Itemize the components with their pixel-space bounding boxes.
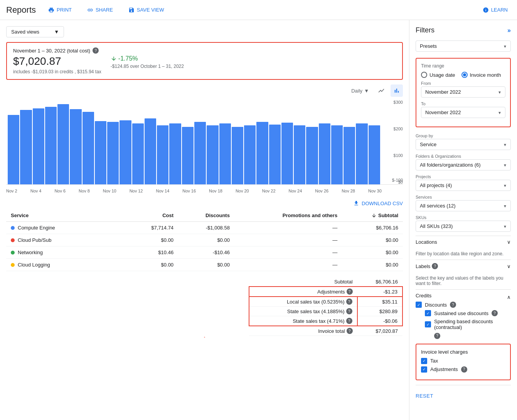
radio-group: Usage date Invoice month (421, 72, 505, 78)
chart-bar (45, 107, 57, 184)
sustained-use-row: ✓ Sustained use discounts ? (425, 310, 511, 316)
adjustments-row: Adjustments ? -$1.23 (249, 287, 402, 297)
col-discounts: Discounts (178, 209, 234, 222)
discounts-cell: -$10.46 (178, 246, 234, 259)
print-button[interactable]: PRINT (45, 5, 75, 15)
filters-sidebar: Filters » Presets Time range Usage date (409, 20, 517, 420)
table-download: DOWNLOAD CSV (6, 200, 403, 206)
col-service: Service (6, 209, 125, 222)
tax-checkbox[interactable]: ✓ (421, 358, 427, 364)
header: Reports PRINT SHARE SAVE VIEW LEARN (0, 0, 517, 20)
usage-date-radio[interactable] (421, 72, 427, 78)
promotions-cell: — (234, 259, 342, 271)
from-select-wrapper: November 2022 (421, 86, 505, 98)
from-dropdown[interactable]: November 2022 (421, 86, 505, 98)
daily-dropdown-button[interactable]: Daily ▼ (348, 86, 372, 95)
chart-bars (6, 100, 382, 184)
bar-chart-button[interactable] (391, 84, 403, 97)
discounts-info-icon[interactable]: ? (450, 302, 456, 308)
state-tax-info-icon[interactable]: ? (346, 308, 352, 314)
services-dropdown[interactable]: All services (12) (416, 200, 511, 211)
group-by-dropdown[interactable]: Service (416, 139, 511, 150)
chart-bar (256, 122, 268, 184)
labels-header-content: Labels ? (416, 263, 438, 269)
collapse-filters-button[interactable]: » (507, 27, 511, 34)
promotions-cell: — (234, 246, 342, 259)
reset-section: RESET (416, 385, 511, 402)
sustained-use-info-icon[interactable]: ? (492, 310, 498, 316)
cost-cell: $0.00 (125, 259, 178, 271)
spending-info-icon[interactable]: ? (434, 333, 440, 339)
invoice-month-option[interactable]: Invoice month (461, 72, 501, 78)
col-subtotal: Subtotal (342, 209, 403, 222)
locations-header[interactable]: Locations ∨ (416, 236, 511, 248)
line-chart-button[interactable] (375, 84, 387, 97)
chart-bar (120, 120, 131, 184)
chart-bar (145, 118, 156, 184)
totals-section: Subtotal $6,706.16 Adjustments ? -$1.23 (6, 277, 403, 336)
saved-views-section: Saved views ▼ (6, 26, 403, 37)
invoice-total-info-icon[interactable]: ? (347, 328, 353, 334)
state-tax2-info-icon[interactable]: ? (346, 318, 352, 324)
saved-views-button[interactable]: Saved views ▼ (6, 26, 64, 37)
chart-negative-label: $-100 (392, 178, 403, 182)
share-button[interactable]: SHARE (84, 5, 116, 15)
skus-filter: SKUs All SKUs (323) (416, 215, 511, 232)
chart-bar (232, 127, 243, 184)
skus-label: SKUs (416, 215, 511, 220)
invoice-month-radio[interactable] (461, 72, 468, 78)
credits-title: Credits (416, 293, 431, 299)
services-table: Service Cost Discounts Promotions and ot… (6, 209, 403, 271)
skus-dropdown[interactable]: All SKUs (323) (416, 221, 511, 232)
chart-bar (169, 123, 181, 184)
spending-based-checkbox[interactable]: ✓ (425, 321, 431, 327)
presets-dropdown[interactable]: Presets (416, 40, 511, 52)
from-label: From (421, 81, 505, 86)
summary-info-icon[interactable]: ? (93, 47, 99, 54)
state-tax-value: $280.89 (357, 307, 402, 316)
local-tax-info-icon[interactable]: ? (346, 299, 352, 305)
save-icon (128, 7, 135, 13)
col-cost: Cost (125, 209, 178, 222)
folders-dropdown[interactable]: All folders/organizations (6) (416, 159, 511, 170)
labels-info-icon[interactable]: ? (432, 263, 438, 269)
service-dot (11, 251, 15, 255)
services-wrapper: All services (12) (416, 200, 511, 211)
chart-x-labels: Nov 2 Nov 4 Nov 6 Nov 8 Nov 10 Nov 12 No… (6, 188, 382, 194)
subtotal-cell: $6,706.16 (342, 222, 403, 234)
group-by-label: Group by (416, 133, 511, 138)
chart-bar (344, 127, 355, 184)
summary-change: -1.75% (111, 55, 138, 62)
chart-bar (194, 122, 206, 184)
usage-date-option[interactable]: Usage date (421, 72, 455, 78)
save-view-button[interactable]: SAVE VIEW (125, 5, 167, 15)
summary-amount: $7,020.87 (13, 55, 101, 67)
summary-left: November 1 – 30, 2022 (total cost) ? $7,… (13, 47, 101, 74)
discounts-checkbox[interactable]: ✓ (416, 302, 422, 308)
chart-bar (306, 127, 318, 184)
chart-bar (269, 125, 281, 184)
chart-bar (182, 127, 194, 184)
download-csv-button[interactable]: DOWNLOAD CSV (353, 200, 403, 206)
discounts-cell: $0.00 (178, 259, 234, 271)
labels-header[interactable]: Labels ? ∨ (416, 260, 511, 272)
sustained-use-checkbox[interactable]: ✓ (425, 310, 431, 316)
group-by-filter: Group by Service (416, 133, 511, 150)
arrow-down-icon (111, 56, 117, 62)
reset-button[interactable]: RESET (416, 390, 433, 402)
projects-dropdown[interactable]: All projects (4) (416, 180, 511, 191)
chart-bar (83, 112, 94, 184)
service-dot (11, 226, 15, 230)
bar-chart-icon (393, 87, 400, 94)
subtotal-label: Subtotal (249, 277, 357, 287)
to-dropdown[interactable]: November 2022 (421, 107, 505, 118)
service-cell: Compute Engine (6, 222, 125, 234)
summary-compare: -$124.85 over October 1 – 31, 2022 (111, 64, 184, 69)
adjustments-checkbox[interactable]: ✓ (421, 366, 427, 373)
chart-bar (8, 115, 19, 184)
chart-bar (70, 109, 81, 184)
adjustments-checkbox-row: ✓ Adjustments ? (421, 366, 505, 373)
adjustments-filter-info-icon[interactable]: ? (461, 366, 467, 373)
adjustments-info-icon[interactable]: ? (347, 288, 353, 295)
learn-button[interactable]: LEARN (480, 5, 511, 15)
